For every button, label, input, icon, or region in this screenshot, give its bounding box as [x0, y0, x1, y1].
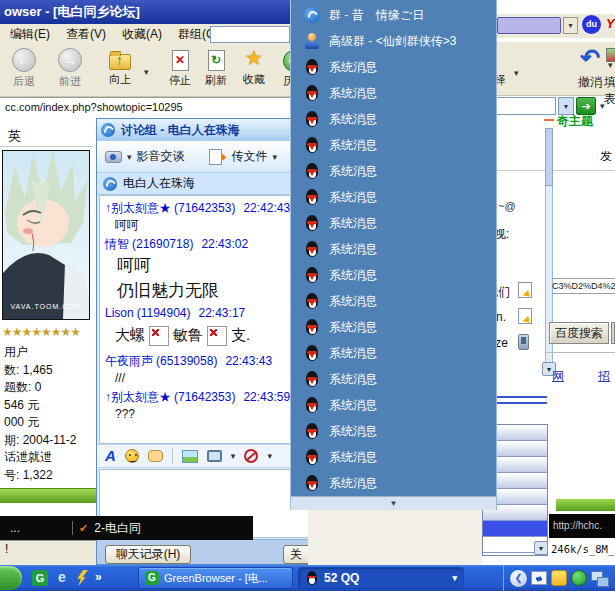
quicklaunch-overflow-icon[interactable]: »	[95, 570, 102, 584]
start-button[interactable]	[0, 566, 22, 590]
tray-chart-icon[interactable]	[531, 571, 547, 585]
task-button-greenbrowser[interactable]: G GreenBrowser - [电...	[138, 567, 293, 589]
task-button-qq[interactable]: 52 QQ ▾	[298, 567, 464, 589]
up-dropdown-icon[interactable]: ▾	[144, 67, 149, 77]
shortcut-page-icon[interactable]	[518, 282, 532, 298]
send-file-button[interactable]: 传文件	[232, 148, 268, 165]
toolbar-search-input[interactable]	[497, 17, 561, 34]
panel-item-system-message[interactable]: 系统消息	[291, 236, 496, 262]
search-dropdown-icon[interactable]: ▾	[563, 17, 578, 34]
close-button[interactable]: 关	[283, 545, 310, 564]
go-address-input[interactable]	[494, 97, 556, 115]
page-fa-text[interactable]: 发	[600, 148, 612, 165]
shortcut-page-icon[interactable]	[518, 308, 532, 324]
dropdown-scroll-icon[interactable]: ▼	[534, 541, 548, 555]
quicklaunch-ie-icon[interactable]: e	[54, 569, 70, 585]
panel-item-adv-group[interactable]: 高级群 - <仙剑群侠传>3	[291, 28, 496, 54]
quicklaunch-greenbrowser-icon[interactable]: G	[32, 570, 48, 586]
panel-item-system-message[interactable]: 系统消息	[291, 54, 496, 80]
panel-item-system-message[interactable]: 系统消息	[291, 314, 496, 340]
page-row-label[interactable]: n.	[496, 310, 506, 324]
panel-scroll-down[interactable]: ▼	[291, 496, 496, 510]
panel-item-system-message[interactable]: 系统消息	[291, 262, 496, 288]
panel-item-system-message[interactable]: 系统消息	[291, 106, 496, 132]
go-more-dropdown-icon[interactable]: ▾	[600, 101, 605, 111]
group-chat-icon	[304, 7, 320, 23]
fill-form-button[interactable]: 填表	[604, 74, 615, 108]
screen-capture-icon[interactable]	[207, 450, 222, 462]
qq-penguin-icon	[304, 137, 320, 154]
panel-item-system-message[interactable]: 系统消息	[291, 392, 496, 418]
file-icon[interactable]	[209, 149, 222, 165]
send-picture-icon[interactable]	[182, 450, 198, 463]
video-chat-button[interactable]: 影音交谈	[137, 148, 185, 165]
browser-toolbar: ← 后退 → 前进 ↑ 向上 ▾ ✕ 停止 ↻ 刷新	[0, 45, 308, 97]
tray-qq-icon[interactable]	[551, 570, 567, 586]
info-line: 用户	[4, 344, 96, 362]
browser-title-bar[interactable]: owser - [电白同乡论坛]	[0, 0, 308, 24]
yahoo-icon[interactable]: Y!	[606, 16, 615, 31]
quick-reply-icon[interactable]	[148, 450, 163, 462]
capture-dropdown-icon[interactable]: ▾	[231, 451, 236, 461]
panel-item-system-message[interactable]: 系统消息	[291, 470, 496, 496]
encoded-url-field[interactable]: C3%D2%D4%22%	[552, 278, 615, 294]
second-button-fragment[interactable]	[611, 322, 615, 344]
block-chat-icon[interactable]	[244, 449, 258, 463]
panel-item-system-message[interactable]: 系统消息	[291, 80, 496, 106]
info-line: 题数: 0	[4, 379, 96, 397]
menu-search-box[interactable]	[210, 26, 290, 43]
back-button[interactable]: ← 后退	[2, 48, 46, 89]
panel-item-system-message[interactable]: 系统消息	[291, 288, 496, 314]
qq-penguin-icon	[304, 475, 320, 492]
panel-item-system-message[interactable]: 系统消息	[291, 210, 496, 236]
tray-collapse-icon[interactable]: ❮	[510, 570, 527, 587]
font-icon[interactable]: A	[105, 447, 116, 465]
undo-button[interactable]: 撤消	[578, 74, 602, 91]
file-dropdown-icon[interactable]: ▾	[273, 152, 278, 162]
emoticon-icon[interactable]	[125, 449, 139, 463]
panel-item-system-message[interactable]: 系统消息	[291, 158, 496, 184]
panel-item-system-message[interactable]: 系统消息	[291, 184, 496, 210]
tab-ellipsis[interactable]: ...	[10, 521, 20, 535]
panel-item-system-message[interactable]: 系统消息	[291, 418, 496, 444]
block-dropdown-icon[interactable]: ▾	[267, 451, 272, 461]
qq-chat-title-bar[interactable]: 讨论组 - 电白人在珠海	[97, 119, 309, 141]
menu-edit[interactable]: 编辑(E)	[10, 26, 50, 43]
tray-network-icon[interactable]	[591, 571, 608, 586]
pick-dropdown-icon[interactable]: ▾	[514, 68, 519, 78]
chat-history-button[interactable]: 聊天记录(H)	[105, 545, 191, 564]
tab-active[interactable]: 2-电白同	[94, 520, 141, 537]
task-dropdown-icon[interactable]: ▾	[452, 573, 457, 583]
up-button[interactable]: ↑ 向上	[98, 48, 142, 87]
forum-green-bar	[0, 488, 96, 503]
panel-item-system-message[interactable]: 系统消息	[291, 444, 496, 470]
fill-form-icon[interactable]	[606, 48, 615, 62]
page-link[interactable]: 网	[552, 368, 564, 385]
panel-item-system-message[interactable]: 系统消息	[291, 366, 496, 392]
forward-button[interactable]: → 前进	[48, 48, 92, 89]
address-bar[interactable]: cc.com/index.php?showtopic=10295	[0, 97, 308, 117]
baidu-search-button[interactable]: 百度搜索	[549, 322, 609, 344]
page-theme-text[interactable]: 奇主题	[557, 113, 593, 130]
page-link[interactable]: 招	[598, 368, 610, 385]
qq-group-bar[interactable]: 电白人在珠海	[97, 173, 309, 195]
panel-item-group[interactable]: 群 - 昔ゞ情缘ご日	[291, 2, 496, 28]
quicklaunch-lightning-icon[interactable]	[76, 570, 88, 586]
tray-green-icon[interactable]	[571, 570, 587, 586]
qq-penguin-icon	[304, 397, 320, 414]
favorites-button[interactable]: ★ 收藏	[232, 46, 276, 87]
avatar-watermark: VAVA.TOOM.COM	[4, 303, 88, 310]
page-scrollbar-thumb[interactable]	[545, 128, 553, 186]
video-dropdown-icon[interactable]: ▾	[127, 152, 132, 162]
panel-item-system-message[interactable]: 系统消息	[291, 340, 496, 366]
menu-view[interactable]: 查看(V)	[66, 26, 106, 43]
webcam-icon[interactable]	[105, 151, 122, 163]
undo-icon[interactable]: ↶	[580, 44, 600, 72]
chat-message-area[interactable]: ↑别太刻意★(71642353)22:42:43 呵呵 情智(21690718)…	[99, 195, 309, 444]
system-tray: ❮	[503, 565, 615, 591]
dropdown-row-selected[interactable]	[483, 521, 547, 537]
panel-item-system-message[interactable]: 系统消息	[291, 132, 496, 158]
phone-icon[interactable]	[518, 334, 529, 350]
baidu-icon[interactable]: du	[582, 15, 601, 34]
menu-favorites[interactable]: 收藏(A)	[122, 26, 162, 43]
